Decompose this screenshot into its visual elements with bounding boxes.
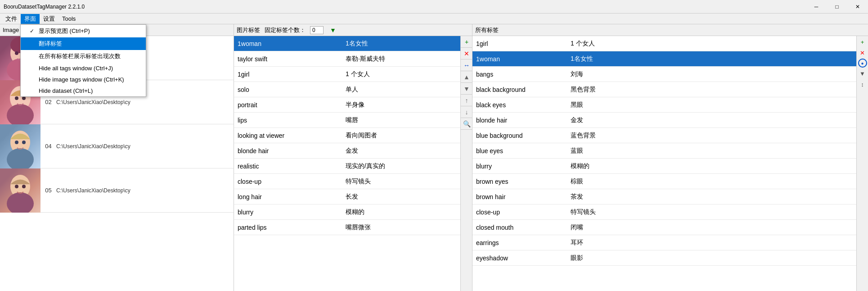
menu-settings[interactable]: 设置 <box>40 14 58 24</box>
image-number: 04 <box>40 143 56 150</box>
all-tag-name: black eyes <box>472 101 567 109</box>
list-item[interactable]: 04 C:\Users\JanicXiao\Desktop\cy <box>0 124 234 168</box>
list-item[interactable]: 05 C:\Users\JanicXiao\Desktop\cy <box>0 168 234 213</box>
all-tags-remove-button[interactable]: ✕ <box>858 48 868 58</box>
image-path: C:\Users\JanicXiao\Desktop\cy <box>56 187 234 194</box>
all-tag-translation: 1 个女人 <box>567 40 856 48</box>
all-tag-row[interactable]: blue eyes 蓝眼 <box>472 143 856 159</box>
image-path: C:\Users\JanicXiao\Desktop\cy <box>56 99 234 105</box>
image-label: Image <box>3 27 19 33</box>
tag-name: long hair <box>234 193 342 200</box>
move-up-button[interactable]: ▲ <box>461 71 472 83</box>
svg-point-3 <box>15 51 18 55</box>
menu-file[interactable]: 文件 <box>2 14 21 24</box>
tag-row[interactable]: long hair 长发 <box>234 189 460 205</box>
all-tag-translation: 蓝眼 <box>567 147 856 155</box>
menu-view[interactable]: 界面 <box>21 14 40 24</box>
add-tag-button[interactable]: + <box>461 36 472 48</box>
maximize-button[interactable]: □ <box>827 0 847 14</box>
all-tag-translation: 闭嘴 <box>567 223 856 232</box>
filter-button[interactable]: ▼ <box>858 68 868 78</box>
all-tag-name: closed mouth <box>472 224 567 231</box>
all-tag-name: earrings <box>472 239 567 246</box>
tag-translation: 模糊的 <box>342 208 460 216</box>
dropdown-translate-tags[interactable]: 翻译标签 <box>21 37 146 50</box>
all-tag-name: close-up <box>472 209 567 216</box>
tag-translation: 泰勒·斯威夫特 <box>342 55 460 63</box>
tag-translation: 金发 <box>342 147 460 155</box>
tag-row[interactable]: realistic 现实的/真实的 <box>234 159 460 174</box>
dropdown-menu: ✓ 显示预览图 (Ctrl+P) 翻译标签 在所有标签栏展示标签出现次数 Hid… <box>20 24 146 97</box>
image-number: 05 <box>40 187 56 194</box>
tag-row[interactable]: parted lips 嘴唇微张 <box>234 220 460 235</box>
tag-row[interactable]: blurry 模糊的 <box>234 205 460 220</box>
all-tag-row[interactable]: blonde hair 金发 <box>472 113 856 128</box>
all-tags-list: 1girl 1 个女人 1woman 1名女性 bangs 刘海 black b… <box>472 36 856 291</box>
all-tag-row[interactable]: black background 黑色背景 <box>472 82 856 97</box>
tag-row[interactable]: portrait 半身像 <box>234 97 460 113</box>
tag-name: realistic <box>234 163 342 170</box>
all-tag-name: blue background <box>472 132 567 139</box>
tag-translation: 看向阅图者 <box>342 132 460 140</box>
close-button[interactable]: ✕ <box>847 0 868 14</box>
all-tag-translation: 茶发 <box>567 193 856 201</box>
thumbnail <box>0 168 40 213</box>
menu-tools[interactable]: Tools <box>58 14 79 23</box>
minimize-button[interactable]: ─ <box>806 0 827 14</box>
all-tag-row[interactable]: eyeshadow 眼影 <box>472 250 856 266</box>
all-tag-row[interactable]: blurry 模糊的 <box>472 159 856 174</box>
tag-row[interactable]: taylor swift 泰勒·斯威夫特 <box>234 51 460 67</box>
move-top-button[interactable]: ↑ <box>461 95 472 106</box>
all-tag-row[interactable]: 1girl 1 个女人 <box>472 36 856 51</box>
all-tags-add-button[interactable]: + <box>858 37 868 47</box>
all-tag-row[interactable]: 1woman 1名女性 <box>472 51 856 67</box>
tag-row[interactable]: blonde hair 金发 <box>234 143 460 159</box>
all-tag-translation: 刘海 <box>567 70 856 78</box>
tag-name: taylor swift <box>234 55 342 63</box>
all-tag-translation: 1名女性 <box>567 55 856 63</box>
all-tag-row[interactable]: brown eyes 棕眼 <box>472 174 856 189</box>
swap-tag-button[interactable]: ↔ <box>461 59 472 71</box>
all-tag-row[interactable]: blue background 蓝色背景 <box>472 128 856 143</box>
move-down-button[interactable]: ▼ <box>461 83 472 95</box>
all-tags-label: 所有标签 <box>475 26 499 34</box>
all-tag-row[interactable]: closed mouth 闭嘴 <box>472 220 856 235</box>
middle-panel: 图片标签 固定标签个数： 0 ▼ 1woman 1名女性 taylor swif… <box>234 24 472 291</box>
tag-row[interactable]: 1woman 1名女性 <box>234 36 460 51</box>
tag-row[interactable]: 1girl 1 个女人 <box>234 67 460 82</box>
tag-name: solo <box>234 86 342 93</box>
dropdown-arrow-icon[interactable]: ▼ <box>330 27 336 34</box>
tag-row[interactable]: solo 单人 <box>234 82 460 97</box>
all-tag-row[interactable]: close-up 特写镜头 <box>472 205 856 220</box>
dropdown-hide-image-tags[interactable]: Hide image tags window (Ctrl+K) <box>21 74 146 85</box>
all-tag-row[interactable]: earrings 耳环 <box>472 235 856 250</box>
dropdown-show-preview[interactable]: ✓ 显示预览图 (Ctrl+P) <box>21 25 146 37</box>
check-show-preview: ✓ <box>30 28 39 34</box>
search-button[interactable]: 🔍 <box>461 118 472 130</box>
move-bottom-button[interactable]: ↓ <box>461 106 472 118</box>
all-tag-row[interactable]: black eyes 黑眼 <box>472 97 856 113</box>
dropdown-show-count[interactable]: 在所有标签栏展示标签出现次数 <box>21 50 146 63</box>
all-tags-circle-button[interactable]: ● <box>858 59 867 68</box>
right-panel: 所有标签 1girl 1 个女人 1woman 1名女性 bangs 刘海 bl… <box>472 24 868 291</box>
dropdown-hide-dataset[interactable]: Hide dataset (Ctrl+L) <box>21 85 146 96</box>
tag-name: lips <box>234 117 342 124</box>
tag-translation: 半身像 <box>342 101 460 109</box>
tag-row[interactable]: looking at viewer 看向阅图者 <box>234 128 460 143</box>
tag-row[interactable]: close-up 特写镜头 <box>234 174 460 189</box>
all-tag-name: blonde hair <box>472 117 567 124</box>
all-tag-name: brown eyes <box>472 178 567 185</box>
all-tag-row[interactable]: brown hair 茶发 <box>472 189 856 205</box>
svg-point-14 <box>7 192 34 213</box>
middle-side-buttons: + ✕ ↔ ▲ ▼ ↑ ↓ 🔍 <box>460 36 472 291</box>
image-path: C:\Users\JanicXiao\Desktop\cy <box>56 143 234 150</box>
dropdown-hide-all-tags[interactable]: Hide all tags window (Ctrl+J) <box>21 63 146 74</box>
tag-translation: 嘴唇 <box>342 116 460 124</box>
remove-tag-button[interactable]: ✕ <box>461 48 472 59</box>
fixed-tags-count[interactable]: 0 <box>310 26 324 34</box>
all-tag-row[interactable]: bangs 刘海 <box>472 67 856 82</box>
sort-button[interactable]: ↕ <box>858 79 868 89</box>
all-tag-name: eyeshadow <box>472 255 567 262</box>
tag-row[interactable]: lips 嘴唇 <box>234 113 460 128</box>
svg-point-11 <box>15 141 18 144</box>
